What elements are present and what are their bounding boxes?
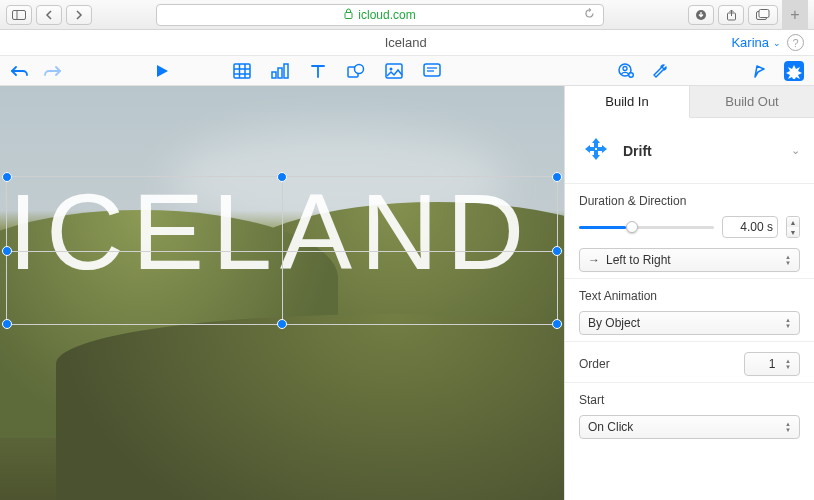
text-animation-label: Text Animation	[579, 289, 800, 303]
text-button[interactable]	[308, 61, 328, 81]
selection-handle[interactable]	[552, 246, 562, 256]
svg-rect-14	[284, 64, 288, 78]
downloads-button[interactable]	[688, 5, 714, 25]
tabs-button[interactable]	[748, 5, 778, 25]
redo-button[interactable]	[42, 61, 62, 81]
svg-rect-6	[759, 10, 769, 18]
selection-handle[interactable]	[277, 172, 287, 182]
chevron-updown-icon: ▲▼	[783, 317, 793, 329]
new-tab-button[interactable]: +	[782, 0, 808, 30]
animate-button[interactable]	[784, 61, 804, 81]
shape-button[interactable]	[346, 61, 366, 81]
slide-canvas[interactable]: ICELAND	[0, 86, 564, 500]
duration-stepper[interactable]: ▲▼	[786, 216, 800, 238]
chart-button[interactable]	[270, 61, 290, 81]
effect-selector[interactable]: Drift ⌄	[565, 118, 814, 184]
undo-button[interactable]	[10, 61, 30, 81]
format-button[interactable]	[750, 61, 770, 81]
inspector-panel: Build In Build Out Drift ⌄ Duration & Di…	[564, 86, 814, 500]
document-title-bar: Iceland Karina ⌄ ?	[0, 30, 814, 56]
start-label: Start	[579, 393, 800, 407]
address-text: icloud.com	[358, 8, 415, 22]
svg-rect-0	[13, 10, 26, 19]
back-button[interactable]	[36, 5, 62, 25]
reload-icon[interactable]	[584, 8, 595, 21]
drift-icon	[579, 132, 613, 169]
forward-button[interactable]	[66, 5, 92, 25]
table-button[interactable]	[232, 61, 252, 81]
order-dropdown[interactable]: 1 ▲▼	[744, 352, 800, 376]
svg-point-16	[355, 64, 364, 73]
browser-toolbar: icloud.com +	[0, 0, 814, 30]
comment-button[interactable]	[422, 61, 442, 81]
svg-rect-7	[234, 64, 250, 78]
play-button[interactable]	[152, 61, 172, 81]
start-dropdown[interactable]: On Click ▲▼	[579, 415, 800, 439]
user-menu[interactable]: Karina ⌄	[731, 35, 781, 50]
tab-build-in[interactable]: Build In	[565, 86, 690, 118]
text-selection[interactable]: ICELAND	[8, 178, 556, 323]
workspace: ICELAND Build In Build Out	[0, 86, 814, 500]
svg-rect-12	[272, 72, 276, 78]
selection-handle[interactable]	[2, 246, 12, 256]
chevron-updown-icon: ▲▼	[783, 358, 793, 370]
chevron-down-icon: ⌄	[791, 144, 800, 157]
inspector-tabs: Build In Build Out	[565, 86, 814, 118]
duration-slider[interactable]	[579, 220, 714, 234]
chevron-updown-icon: ▲▼	[783, 254, 793, 266]
order-label: Order	[579, 357, 610, 371]
duration-label: Duration & Direction	[579, 194, 800, 208]
image-button[interactable]	[384, 61, 404, 81]
svg-rect-2	[345, 12, 352, 18]
share-button[interactable]	[718, 5, 744, 25]
order-section: Order 1 ▲▼	[565, 342, 814, 383]
text-animation-dropdown[interactable]: By Object ▲▼	[579, 311, 800, 335]
start-section: Start On Click ▲▼	[565, 383, 814, 445]
arrow-right-icon: →	[588, 253, 600, 267]
tab-build-out[interactable]: Build Out	[690, 86, 814, 117]
chevron-updown-icon: ▲▼	[783, 421, 793, 433]
app-toolbar	[0, 56, 814, 86]
svg-point-18	[390, 67, 393, 70]
direction-dropdown[interactable]: → Left to Right ▲▼	[579, 248, 800, 272]
selection-handle[interactable]	[552, 172, 562, 182]
address-bar[interactable]: icloud.com	[156, 4, 604, 26]
lock-icon	[344, 8, 353, 22]
selection-handle[interactable]	[552, 319, 562, 329]
svg-rect-13	[278, 68, 282, 78]
selection-handle[interactable]	[2, 172, 12, 182]
effect-name: Drift	[623, 143, 781, 159]
document-title: Iceland	[80, 35, 731, 50]
help-button[interactable]: ?	[787, 34, 804, 51]
svg-point-23	[623, 66, 627, 70]
duration-field[interactable]: 4.00 s	[722, 216, 778, 238]
svg-rect-19	[424, 64, 440, 76]
text-animation-section: Text Animation By Object ▲▼	[565, 279, 814, 342]
sidebar-toggle-button[interactable]	[6, 5, 32, 25]
chevron-down-icon: ⌄	[773, 38, 781, 48]
selection-handle[interactable]	[277, 319, 287, 329]
collaborate-button[interactable]	[616, 61, 636, 81]
duration-section: Duration & Direction 4.00 s ▲▼ → Left to…	[565, 184, 814, 279]
selection-handle[interactable]	[2, 319, 12, 329]
tools-button[interactable]	[650, 61, 670, 81]
